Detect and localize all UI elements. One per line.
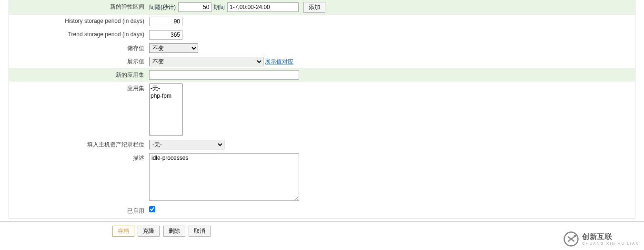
enabled-label: 已启用 xyxy=(9,204,147,217)
enabled-checkbox[interactable] xyxy=(149,206,155,212)
add-button[interactable]: 添加 xyxy=(303,2,325,13)
appset-label: 应用集 xyxy=(9,82,147,138)
appset-select[interactable]: -无- php-fpm xyxy=(149,83,183,136)
period-input[interactable] xyxy=(227,2,299,12)
appset-option: -无- xyxy=(151,84,181,93)
brand-logo-text: 创新互联 xyxy=(582,232,639,237)
interval-sec-input[interactable] xyxy=(178,2,211,12)
clone-button[interactable]: 克隆 xyxy=(138,226,160,237)
brand-logo: 创新互联 CHUANG XIN HU LIAN xyxy=(563,231,639,237)
history-input[interactable] xyxy=(149,17,182,26)
display-value-select[interactable]: 不变 xyxy=(149,57,263,66)
host-inventory-select[interactable]: -无- xyxy=(149,140,224,149)
history-label: History storage period (in days) xyxy=(9,15,147,28)
period-label: 期间 xyxy=(213,4,225,10)
store-value-select[interactable]: 不变 xyxy=(149,43,198,53)
save-button[interactable]: 存档 xyxy=(112,226,134,237)
display-value-label: 展示值 xyxy=(9,55,147,68)
flex-interval-label: 新的弹性区间 xyxy=(9,0,147,15)
cancel-button[interactable]: 取消 xyxy=(189,226,211,237)
display-value-link[interactable]: 展示值对应 xyxy=(265,58,293,65)
store-value-label: 储存值 xyxy=(9,42,147,55)
description-label: 描述 xyxy=(9,151,147,204)
appset-option: php-fpm xyxy=(151,93,181,99)
host-inventory-label: 填入主机资产纪录栏位 xyxy=(9,138,147,151)
interval-sec-label: 间隔(秒计) xyxy=(149,4,176,10)
new-appset-input[interactable] xyxy=(149,70,299,80)
new-appset-label: 新的应用集 xyxy=(9,68,147,82)
delete-button[interactable]: 删除 xyxy=(163,226,185,237)
trend-input[interactable] xyxy=(149,30,182,40)
brand-logo-icon xyxy=(563,231,579,237)
trend-label: Trend storage period (in days) xyxy=(9,28,147,42)
description-textarea[interactable] xyxy=(149,153,299,201)
